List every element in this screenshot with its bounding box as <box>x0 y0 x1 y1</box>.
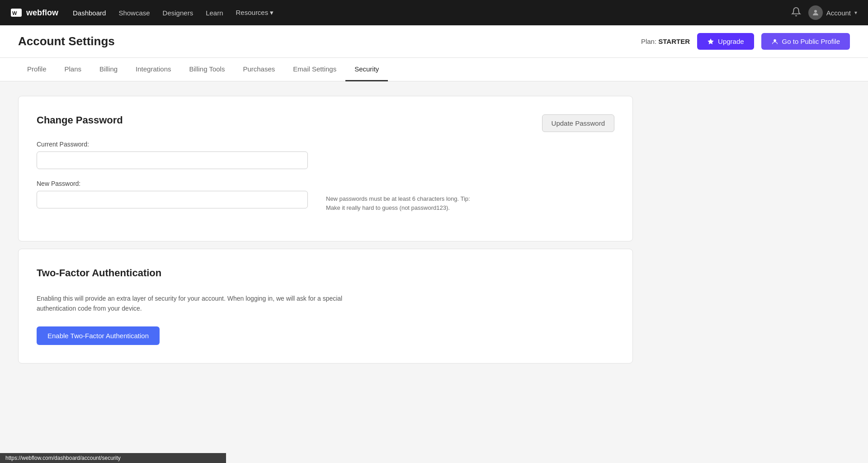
nav-learn[interactable]: Learn <box>206 9 223 17</box>
svg-marker-3 <box>708 38 713 44</box>
nav-showcase[interactable]: Showcase <box>118 9 150 17</box>
tab-security[interactable]: Security <box>345 58 388 81</box>
tabs-bar: Profile Plans Billing Integrations Billi… <box>0 58 868 81</box>
new-password-row: New passwords must be at least 6 charact… <box>37 191 614 212</box>
nav-resources[interactable]: Resources ▾ <box>236 9 274 17</box>
tab-profile[interactable]: Profile <box>18 58 56 81</box>
tab-plans[interactable]: Plans <box>56 58 91 81</box>
change-password-card: Change Password Update Password Current … <box>18 96 633 241</box>
svg-point-2 <box>814 10 817 13</box>
svg-text:W: W <box>12 10 17 16</box>
tab-billing[interactable]: Billing <box>90 58 127 81</box>
nav-dashboard[interactable]: Dashboard <box>73 9 106 17</box>
tab-billing-tools[interactable]: Billing Tools <box>180 58 234 81</box>
avatar <box>808 5 823 20</box>
nav-right: Account ▾ <box>791 5 857 20</box>
nav-designers[interactable]: Designers <box>163 9 193 17</box>
star-icon <box>707 38 714 45</box>
account-chevron-icon: ▾ <box>854 9 857 16</box>
account-label: Account <box>826 9 851 17</box>
current-password-input[interactable] <box>37 151 308 169</box>
top-navigation: W webflow Dashboard Showcase Designers L… <box>0 0 868 25</box>
page-title: Account Settings <box>18 34 115 48</box>
plan-label: Plan: STARTER <box>641 38 690 45</box>
new-password-group: New Password: New passwords must be at l… <box>37 180 614 212</box>
update-password-button[interactable]: Update Password <box>542 114 614 132</box>
enable-two-factor-button[interactable]: Enable Two-Factor Authentication <box>37 326 160 345</box>
tab-email-settings[interactable]: Email Settings <box>284 58 345 81</box>
current-password-group: Current Password: <box>37 141 614 169</box>
change-password-title: Change Password <box>37 114 614 126</box>
new-password-input[interactable] <box>37 191 308 208</box>
page-header: Account Settings Plan: STARTER Upgrade G… <box>0 25 868 58</box>
logo[interactable]: W webflow <box>11 8 58 18</box>
current-password-label: Current Password: <box>37 141 614 148</box>
main-content: Change Password Update Password Current … <box>0 81 651 385</box>
account-menu[interactable]: Account ▾ <box>808 5 857 20</box>
two-factor-card: Two-Factor Authentication Enabling this … <box>18 249 633 364</box>
tab-purchases[interactable]: Purchases <box>234 58 284 81</box>
public-profile-button[interactable]: Go to Public Profile <box>761 33 850 50</box>
password-hint: New passwords must be at least 6 charact… <box>326 191 471 212</box>
person-icon <box>771 38 778 45</box>
two-factor-description: Enabling this will provide an extra laye… <box>37 293 344 314</box>
nav-links: Dashboard Showcase Designers Learn Resou… <box>73 9 777 17</box>
two-factor-title: Two-Factor Authentication <box>37 267 614 279</box>
tab-integrations[interactable]: Integrations <box>127 58 180 81</box>
upgrade-button[interactable]: Upgrade <box>697 33 754 50</box>
notification-bell-icon[interactable] <box>791 7 801 19</box>
new-password-label: New Password: <box>37 180 614 187</box>
header-actions: Plan: STARTER Upgrade Go to Public Profi… <box>641 33 850 50</box>
svg-point-4 <box>774 39 776 41</box>
